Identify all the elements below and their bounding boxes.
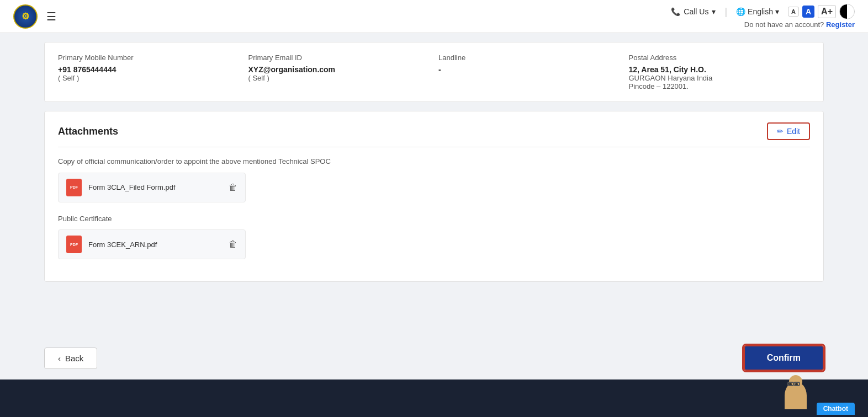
- confirm-button[interactable]: Confirm: [744, 345, 824, 371]
- postal-address-line2: GURGAON Haryana India: [629, 74, 811, 82]
- delete-file1-button[interactable]: 🗑: [229, 183, 237, 193]
- attachment-group-1: Copy of official communication/order to …: [58, 156, 810, 202]
- font-large-button[interactable]: A+: [818, 5, 836, 18]
- file2-name: Form 3CEK_ARN.pdf: [88, 240, 222, 249]
- edit-button[interactable]: ✏ Edit: [767, 122, 810, 140]
- lang-dropdown-icon: ▾: [775, 7, 779, 16]
- attachments-title: Attachments: [58, 126, 118, 137]
- header-left: ⚙ ☰: [13, 4, 56, 29]
- primary-mobile-sub: ( Self ): [58, 74, 240, 82]
- landline-label: Landline: [438, 54, 620, 62]
- globe-icon: 🌐: [736, 7, 745, 16]
- call-dropdown-icon: ▾: [712, 7, 716, 16]
- landline-section: Landline -: [438, 54, 620, 90]
- chatbot-area[interactable]: Chatbot: [785, 382, 855, 415]
- header-top-row: 📞 Call Us ▾ | 🌐 English ▾ A A A+: [671, 4, 855, 19]
- postal-address-section: Postal Address 12, Area 51, City H.O. GU…: [629, 54, 811, 90]
- header: ⚙ ☰ 📞 Call Us ▾ | 🌐 English ▾ A A A+: [0, 0, 868, 33]
- font-controls: A A A+: [788, 4, 855, 19]
- primary-email-label: Primary Email ID: [248, 54, 430, 62]
- postal-address-line3: Pincode – 122001.: [629, 82, 811, 90]
- footer: Chatbot: [0, 379, 868, 417]
- logo-inner: ⚙: [15, 6, 36, 27]
- info-grid: Primary Mobile Number +91 8765444444 ( S…: [58, 54, 810, 90]
- primary-mobile-value: +91 8765444444: [58, 65, 240, 74]
- chatbot-avatar: [785, 382, 812, 415]
- primary-email-section: Primary Email ID XYZ@organisation.com ( …: [248, 54, 430, 90]
- contact-info-card: Primary Mobile Number +91 8765444444 ( S…: [44, 42, 824, 102]
- phone-icon: 📞: [671, 7, 680, 16]
- primary-email-value: XYZ@organisation.com: [248, 65, 430, 74]
- primary-mobile-section: Primary Mobile Number +91 8765444444 ( S…: [58, 54, 240, 90]
- file1-name: Form 3CLA_Filed Form.pdf: [88, 183, 222, 191]
- file2-row: Form 3CEK_ARN.pdf 🗑: [58, 229, 246, 259]
- register-link[interactable]: Register: [826, 20, 855, 29]
- edit-label: Edit: [787, 127, 800, 136]
- primary-mobile-label: Primary Mobile Number: [58, 54, 240, 62]
- separator: |: [724, 6, 727, 18]
- section1-label: Copy of official communication/order to …: [58, 156, 810, 167]
- pdf-icon-1: [66, 179, 82, 196]
- language-label: English: [748, 7, 773, 16]
- attachment-group-2: Public Certificate Form 3CEK_ARN.pdf 🗑: [58, 213, 810, 260]
- postal-address-line1: 12, Area 51, City H.O.: [629, 65, 811, 74]
- back-button[interactable]: ‹ Back: [44, 348, 97, 369]
- back-label: Back: [65, 354, 83, 363]
- no-account-text: Do not have an account?: [744, 20, 824, 29]
- header-bottom-row: Do not have an account? Register: [744, 20, 855, 29]
- edit-icon: ✏: [777, 127, 784, 136]
- hamburger-menu[interactable]: ☰: [46, 10, 56, 23]
- font-small-button[interactable]: A: [788, 7, 799, 17]
- header-right: 📞 Call Us ▾ | 🌐 English ▾ A A A+ Do not …: [671, 4, 855, 29]
- attachments-card: Attachments ✏ Edit Copy of official comm…: [44, 111, 824, 282]
- main-content: Primary Mobile Number +91 8765444444 ( S…: [0, 33, 868, 336]
- pdf-icon-2: [66, 236, 82, 253]
- section2-label: Public Certificate: [58, 213, 810, 224]
- bottom-bar: ‹ Back Confirm: [0, 336, 868, 379]
- primary-email-sub: ( Self ): [248, 74, 430, 82]
- call-us-label: Call Us: [684, 7, 708, 16]
- contrast-button[interactable]: [839, 4, 855, 19]
- postal-address-label: Postal Address: [629, 54, 811, 62]
- attachments-header: Attachments ✏ Edit: [58, 122, 810, 147]
- landline-value: -: [438, 65, 620, 74]
- delete-file2-button[interactable]: 🗑: [229, 239, 237, 249]
- back-arrow-icon: ‹: [58, 354, 61, 363]
- chatbot-label[interactable]: Chatbot: [817, 403, 855, 415]
- confirm-label: Confirm: [767, 353, 801, 362]
- language-button[interactable]: 🌐 English ▾: [736, 7, 779, 16]
- logo: ⚙: [13, 4, 38, 29]
- file1-row: Form 3CLA_Filed Form.pdf 🗑: [58, 173, 246, 202]
- call-us-button[interactable]: 📞 Call Us ▾: [671, 7, 716, 16]
- font-medium-button[interactable]: A: [802, 6, 814, 18]
